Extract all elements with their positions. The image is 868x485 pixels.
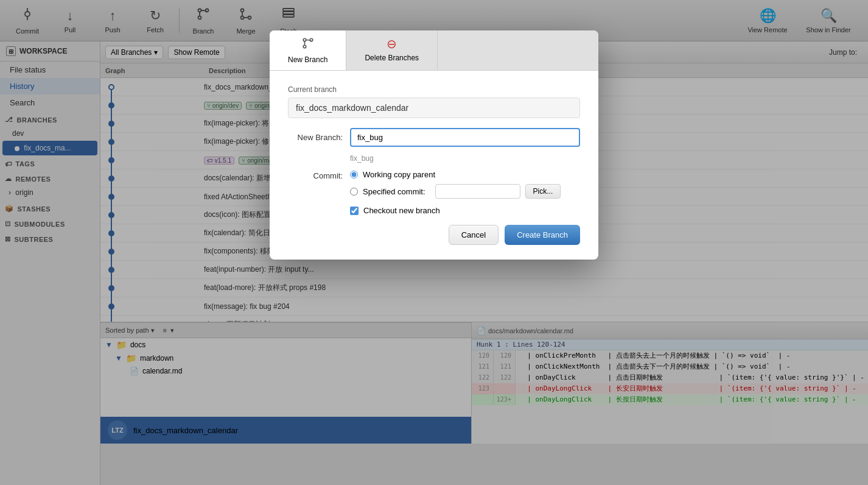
new-branch-row: New Branch:	[288, 128, 580, 147]
modal-actions: Cancel Create Branch	[288, 225, 580, 245]
pick-button[interactable]: Pick...	[525, 184, 561, 199]
svg-point-15	[303, 45, 306, 48]
pick-label: Pick...	[533, 187, 553, 196]
new-branch-input[interactable]	[350, 128, 580, 147]
new-branch-field-label: New Branch:	[288, 133, 343, 142]
commit-row: Commit: Working copy parent Specified co…	[288, 170, 580, 199]
modal-overlay: New Branch ⊖ Delete Branches Current bra…	[0, 0, 868, 485]
specified-radio[interactable]	[350, 188, 358, 196]
commit-options: Working copy parent Specified commit: Pi…	[350, 170, 580, 199]
current-branch-value: fix_docs_markdown_calendar	[288, 97, 580, 118]
new-branch-tab-icon	[301, 37, 315, 53]
checkout-label: Checkout new branch	[363, 206, 440, 215]
cancel-label: Cancel	[461, 230, 486, 239]
cancel-button[interactable]: Cancel	[449, 225, 499, 245]
working-copy-radio[interactable]	[350, 171, 358, 179]
svg-point-14	[303, 38, 306, 41]
commit-field-label: Commit:	[288, 170, 343, 180]
specified-commit-label: Specified commit:	[363, 187, 425, 196]
new-branch-hint: fix_bug	[350, 154, 580, 163]
create-branch-button[interactable]: Create Branch	[505, 225, 580, 245]
new-branch-modal: New Branch ⊖ Delete Branches Current bra…	[270, 30, 598, 260]
tab-new-branch[interactable]: New Branch	[270, 30, 346, 70]
checkout-checkbox[interactable]	[350, 207, 359, 215]
working-copy-label: Working copy parent	[363, 170, 435, 179]
create-label: Create Branch	[517, 230, 568, 239]
current-branch-label: Current branch	[288, 85, 580, 94]
new-branch-tab-label: New Branch	[288, 55, 327, 64]
tab-delete-branches[interactable]: ⊖ Delete Branches	[346, 30, 438, 70]
delete-branches-tab-label: Delete Branches	[365, 54, 419, 62]
delete-branches-tab-icon: ⊖	[387, 37, 397, 51]
modal-body: Current branch fix_docs_markdown_calenda…	[270, 71, 598, 260]
working-copy-option[interactable]: Working copy parent	[350, 170, 580, 179]
specified-commit-option[interactable]: Specified commit: Pick...	[350, 184, 580, 199]
checkout-row: Checkout new branch	[350, 206, 580, 215]
modal-tabs: New Branch ⊖ Delete Branches	[270, 30, 598, 71]
specified-commit-input[interactable]	[435, 184, 520, 199]
